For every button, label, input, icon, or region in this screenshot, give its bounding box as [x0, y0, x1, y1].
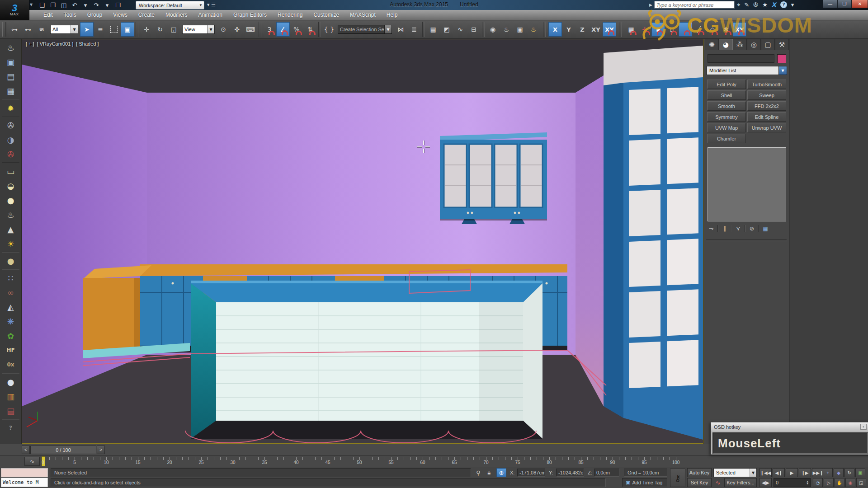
rectangular-selection-region-button[interactable] [107, 22, 121, 37]
render-teapot-icon[interactable]: ♨ [0, 40, 21, 55]
video-camera-icon[interactable]: ✇ [0, 147, 21, 161]
favorites-icon[interactable]: ★ [762, 1, 768, 8]
search-icon[interactable]: ⌖ [737, 1, 740, 9]
material-sphere-icon[interactable]: ● [0, 375, 21, 389]
maximize-viewport-icon[interactable]: ▣ [855, 468, 865, 477]
key-filters-button[interactable]: Key Filters... [724, 478, 757, 487]
add-time-tag[interactable]: ▣ Add Time Tag [622, 478, 667, 487]
application-menu-caret-icon[interactable]: ▼ [30, 3, 33, 7]
modifier-button-edit-poly[interactable]: Edit Poly [707, 80, 746, 89]
maxscript-mini-listener-macro[interactable] [1, 468, 48, 477]
next-frame-button[interactable]: ❙▶ [799, 468, 811, 477]
axis-xy-snap-button[interactable]: XY [603, 22, 616, 37]
bind-to-space-warp-button[interactable]: ≋ [35, 22, 48, 37]
connect-objects-icon[interactable]: ∞ [0, 285, 21, 300]
select-by-name-button[interactable]: ≡ [94, 22, 107, 37]
selected-filter-dropdown[interactable]: Selected ▼ [713, 468, 757, 477]
keyboard-shortcut-override-toggle[interactable]: ⌨ [244, 22, 257, 37]
object-color-swatch[interactable] [777, 54, 786, 63]
pin-stack-icon[interactable]: ⊸ [707, 225, 716, 233]
modifier-button-ffd-2x2x2[interactable]: FFD 2x2x2 [747, 101, 786, 111]
rendered-frame-window-icon[interactable]: ▣ [0, 55, 21, 69]
previous-frame-button[interactable]: ◀❙ [773, 468, 785, 477]
undo-button[interactable]: ↶ [71, 1, 79, 9]
set-key-button[interactable]: Set Key [687, 478, 712, 487]
redo-button[interactable]: ↷ [92, 1, 100, 9]
key-mode-toggle[interactable]: ◀▶ [760, 478, 772, 487]
pan-hand-icon[interactable]: ✋ [835, 478, 844, 487]
axis-x-constraint-button[interactable]: X [548, 22, 562, 37]
spinner-icon[interactable]: ▲▼ [807, 480, 808, 485]
menu-modifiers[interactable]: Modifiers [160, 12, 193, 18]
play-button[interactable]: ▶ [786, 468, 798, 477]
redo-dropdown[interactable]: ▾ [103, 1, 111, 9]
project-folder-button[interactable]: ❒ [114, 1, 122, 9]
snap-pivot-button[interactable]: ✛ [638, 22, 651, 37]
time-slider-readout[interactable]: 0 / 100 [30, 446, 96, 454]
make-unique-icon[interactable]: ⋎ [734, 225, 743, 233]
modify-tab[interactable]: ◕ [719, 39, 733, 50]
transform-typein-toggle[interactable]: ⊕ [496, 468, 506, 477]
search-input[interactable] [654, 1, 735, 9]
material-editor-button[interactable]: ◉ [486, 22, 500, 37]
go-to-start-button[interactable]: ❙◀◀ [760, 468, 772, 477]
modifier-button-shell[interactable]: Shell [707, 90, 746, 100]
axis-y-constraint-button[interactable]: Y [562, 22, 576, 37]
hair-fur-icon[interactable]: HF [0, 343, 21, 357]
unlink-selection-button[interactable]: ⊷ [21, 22, 35, 37]
curve-editor-button[interactable]: ∿ [453, 22, 467, 37]
next-frame-arrow[interactable]: > [97, 446, 105, 454]
maxscript-mini-listener[interactable]: Welcome to M [1, 478, 48, 487]
light-lister-icon[interactable]: ✹ [0, 101, 21, 115]
y-coordinate-field[interactable]: -1024,482c [556, 469, 584, 477]
edit-named-selection-sets-button[interactable]: { } [322, 22, 336, 37]
snap-grid-points-button[interactable]: ▦ [624, 22, 638, 37]
search-expand-icon[interactable]: ▶ [649, 3, 652, 7]
modifier-button-chamfer[interactable]: Chamfer [707, 134, 746, 143]
geosphere-icon[interactable]: ● [0, 253, 21, 268]
select-and-rotate-button[interactable]: ↻ [153, 22, 167, 37]
array-tool-icon[interactable]: ∷ [0, 271, 21, 285]
modifier-button-smooth[interactable]: Smooth [707, 101, 746, 111]
communication-center-icon[interactable]: ✎ [744, 1, 749, 8]
reference-coordinate-dropdown[interactable]: View▼ [182, 25, 215, 34]
help-dropdown-icon[interactable]: ▾ [791, 1, 794, 8]
auto-key-button[interactable]: Auto Key [687, 468, 712, 477]
angle-snap-toggle[interactable]: ∠ [276, 22, 290, 37]
modifier-button-symmetry[interactable]: Symmetry [707, 112, 746, 122]
set-keys-button[interactable]: ⚷︎ [670, 469, 685, 487]
object-name-field[interactable] [708, 54, 774, 63]
schematic-dialog-icon[interactable]: ▤ [0, 404, 21, 418]
menu-group[interactable]: Group [82, 12, 108, 18]
render-setup-dialog-icon[interactable]: ▤ [0, 69, 21, 84]
render-setup-button[interactable]: ♨ [500, 22, 513, 37]
isolate-selection-icon[interactable]: ⚲ [474, 468, 483, 477]
camera-icon[interactable]: ✇ [0, 118, 21, 132]
dome-primitive-icon[interactable]: ◒ [0, 178, 21, 193]
track-bar[interactable]: ∿ 05101520253035404550556065707580859095… [0, 455, 868, 467]
select-and-link-button[interactable]: ⊶ [8, 22, 21, 37]
viewport-menu-general[interactable]: [ + ] [26, 41, 34, 47]
modifier-button-sweep[interactable]: Sweep [747, 90, 786, 100]
osd-close-icon[interactable]: ▪ [860, 424, 867, 430]
previous-frame-arrow[interactable]: < [22, 446, 30, 454]
modifier-button-uvw-map[interactable]: UVW Map [707, 123, 746, 132]
schematic-view-button[interactable]: ⊟ [467, 22, 481, 37]
subscription-icon[interactable]: ✇ [753, 1, 758, 8]
z-coordinate-field[interactable]: 0,0cm [594, 469, 619, 477]
modifier-stack[interactable] [708, 147, 786, 221]
default-in-out-tangents-icon[interactable]: ∿ [713, 478, 722, 487]
select-and-manipulate-button[interactable]: ✜ [230, 22, 244, 37]
snap-xy-button[interactable]: XY [733, 22, 746, 37]
spinner-snap-toggle[interactable]: ⇅ [303, 22, 317, 37]
application-menu-button[interactable]: 3 MAX [0, 0, 29, 20]
help-icon[interactable]: ? [780, 1, 787, 8]
foliage-icon[interactable]: ✿ [0, 328, 21, 343]
snaps-toggle[interactable]: 3 [263, 22, 276, 37]
field-of-view-icon[interactable]: ↻ [844, 468, 854, 477]
manage-layers-button[interactable]: ▤ [426, 22, 440, 37]
display-tab[interactable]: ▢ [761, 39, 775, 50]
menu-edit[interactable]: Edit [38, 12, 58, 18]
modifier-button-turbosmooth[interactable]: TurboSmooth [747, 80, 786, 89]
select-and-move-button[interactable]: ✛ [140, 22, 153, 37]
